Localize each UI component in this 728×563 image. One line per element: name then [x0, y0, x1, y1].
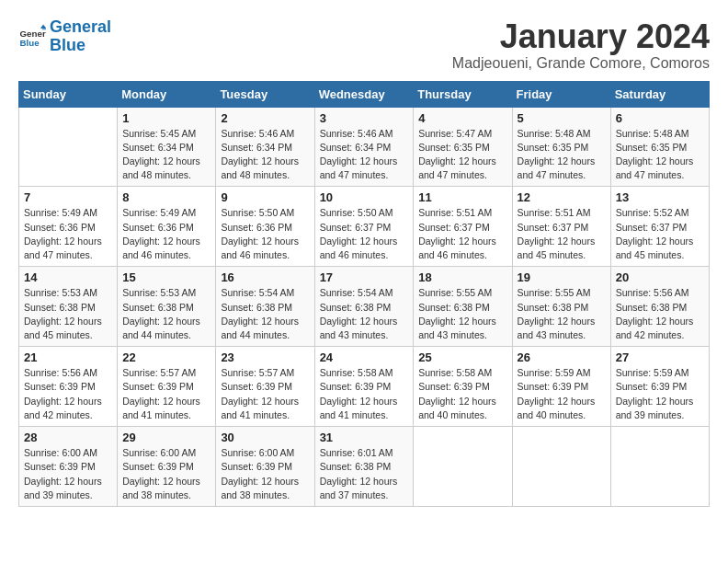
day-info: Sunrise: 5:46 AMSunset: 6:34 PMDaylight:…: [221, 127, 309, 183]
day-number: 5: [518, 111, 606, 125]
day-info: Sunrise: 5:49 AMSunset: 6:36 PMDaylight:…: [24, 206, 112, 262]
calendar-week-row: 7Sunrise: 5:49 AMSunset: 6:36 PMDaylight…: [19, 187, 710, 267]
calendar-cell: 13Sunrise: 5:52 AMSunset: 6:37 PMDayligh…: [610, 187, 709, 267]
day-number: 25: [418, 350, 506, 364]
day-info: Sunrise: 6:00 AMSunset: 6:39 PMDaylight:…: [24, 446, 112, 502]
calendar-table: SundayMondayTuesdayWednesdayThursdayFrid…: [18, 81, 710, 507]
calendar-cell: 4Sunrise: 5:47 AMSunset: 6:35 PMDaylight…: [414, 107, 512, 187]
day-info: Sunrise: 5:46 AMSunset: 6:34 PMDaylight:…: [320, 127, 409, 183]
calendar-day-header: Tuesday: [216, 81, 314, 107]
calendar-day-header: Monday: [118, 81, 216, 107]
day-info: Sunrise: 6:00 AMSunset: 6:39 PMDaylight:…: [221, 446, 309, 502]
day-number: 8: [122, 190, 210, 204]
calendar-day-header: Saturday: [610, 81, 709, 107]
day-info: Sunrise: 5:52 AMSunset: 6:37 PMDaylight:…: [616, 206, 704, 262]
day-number: 22: [122, 350, 210, 364]
calendar-cell: [512, 427, 610, 507]
calendar-cell: 5Sunrise: 5:48 AMSunset: 6:35 PMDaylight…: [512, 107, 610, 187]
day-number: 9: [221, 190, 309, 204]
calendar-cell: 24Sunrise: 5:58 AMSunset: 6:39 PMDayligh…: [314, 347, 414, 427]
day-info: Sunrise: 5:49 AMSunset: 6:36 PMDaylight:…: [122, 206, 210, 262]
calendar-header-row: SundayMondayTuesdayWednesdayThursdayFrid…: [19, 81, 710, 107]
day-number: 16: [221, 270, 309, 284]
day-info: Sunrise: 5:58 AMSunset: 6:39 PMDaylight:…: [320, 366, 409, 422]
calendar-cell: 2Sunrise: 5:46 AMSunset: 6:34 PMDaylight…: [216, 107, 314, 187]
calendar-day-header: Wednesday: [314, 81, 414, 107]
day-info: Sunrise: 5:56 AMSunset: 6:39 PMDaylight:…: [24, 366, 112, 422]
day-number: 23: [221, 350, 309, 364]
calendar-body: 1Sunrise: 5:45 AMSunset: 6:34 PMDaylight…: [19, 107, 710, 506]
calendar-week-row: 14Sunrise: 5:53 AMSunset: 6:38 PMDayligh…: [19, 267, 710, 347]
calendar-cell: 22Sunrise: 5:57 AMSunset: 6:39 PMDayligh…: [118, 347, 216, 427]
day-number: 7: [24, 190, 112, 204]
day-number: 1: [122, 111, 210, 125]
calendar-cell: 26Sunrise: 5:59 AMSunset: 6:39 PMDayligh…: [512, 347, 610, 427]
day-info: Sunrise: 5:48 AMSunset: 6:35 PMDaylight:…: [616, 127, 704, 183]
calendar-day-header: Friday: [512, 81, 610, 107]
day-info: Sunrise: 5:50 AMSunset: 6:37 PMDaylight:…: [320, 206, 409, 262]
calendar-cell: 27Sunrise: 5:59 AMSunset: 6:39 PMDayligh…: [610, 347, 709, 427]
day-number: 24: [320, 350, 409, 364]
title-block: January 2024 Madjeoueni, Grande Comore, …: [452, 18, 710, 72]
day-info: Sunrise: 5:54 AMSunset: 6:38 PMDaylight:…: [320, 286, 409, 342]
calendar-cell: [19, 107, 118, 187]
calendar-cell: 7Sunrise: 5:49 AMSunset: 6:36 PMDaylight…: [19, 187, 118, 267]
day-info: Sunrise: 5:45 AMSunset: 6:34 PMDaylight:…: [122, 127, 210, 183]
calendar-cell: 12Sunrise: 5:51 AMSunset: 6:37 PMDayligh…: [512, 187, 610, 267]
day-info: Sunrise: 5:59 AMSunset: 6:39 PMDaylight:…: [518, 366, 606, 422]
calendar-cell: 14Sunrise: 5:53 AMSunset: 6:38 PMDayligh…: [19, 267, 118, 347]
calendar-cell: 25Sunrise: 5:58 AMSunset: 6:39 PMDayligh…: [414, 347, 512, 427]
day-number: 26: [518, 350, 606, 364]
calendar-week-row: 1Sunrise: 5:45 AMSunset: 6:34 PMDaylight…: [19, 107, 710, 187]
calendar-cell: 23Sunrise: 5:57 AMSunset: 6:39 PMDayligh…: [216, 347, 314, 427]
day-number: 13: [616, 190, 704, 204]
calendar-week-row: 21Sunrise: 5:56 AMSunset: 6:39 PMDayligh…: [19, 347, 710, 427]
day-number: 17: [320, 270, 409, 284]
day-number: 3: [320, 111, 409, 125]
calendar-cell: 20Sunrise: 5:56 AMSunset: 6:38 PMDayligh…: [610, 267, 709, 347]
day-number: 4: [418, 111, 506, 125]
day-info: Sunrise: 5:51 AMSunset: 6:37 PMDaylight:…: [418, 206, 506, 262]
day-number: 14: [24, 270, 112, 284]
logo-text: GeneralBlue: [50, 18, 111, 55]
day-info: Sunrise: 6:01 AMSunset: 6:38 PMDaylight:…: [320, 446, 409, 502]
calendar-cell: 16Sunrise: 5:54 AMSunset: 6:38 PMDayligh…: [216, 267, 314, 347]
day-number: 2: [221, 111, 309, 125]
day-number: 10: [320, 190, 409, 204]
day-number: 12: [518, 190, 606, 204]
calendar-cell: [414, 427, 512, 507]
day-info: Sunrise: 5:58 AMSunset: 6:39 PMDaylight:…: [418, 366, 506, 422]
day-info: Sunrise: 5:59 AMSunset: 6:39 PMDaylight:…: [616, 366, 704, 422]
day-info: Sunrise: 6:00 AMSunset: 6:39 PMDaylight:…: [122, 446, 210, 502]
day-number: 30: [221, 431, 309, 444]
day-info: Sunrise: 5:55 AMSunset: 6:38 PMDaylight:…: [418, 286, 506, 342]
calendar-cell: 18Sunrise: 5:55 AMSunset: 6:38 PMDayligh…: [414, 267, 512, 347]
day-info: Sunrise: 5:56 AMSunset: 6:38 PMDaylight:…: [616, 286, 704, 342]
calendar-cell: 19Sunrise: 5:55 AMSunset: 6:38 PMDayligh…: [512, 267, 610, 347]
svg-text:Blue: Blue: [20, 38, 40, 48]
calendar-cell: 6Sunrise: 5:48 AMSunset: 6:35 PMDaylight…: [610, 107, 709, 187]
day-info: Sunrise: 5:51 AMSunset: 6:37 PMDaylight:…: [518, 206, 606, 262]
calendar-cell: 3Sunrise: 5:46 AMSunset: 6:34 PMDaylight…: [314, 107, 414, 187]
calendar-day-header: Sunday: [19, 81, 118, 107]
calendar-cell: 1Sunrise: 5:45 AMSunset: 6:34 PMDaylight…: [118, 107, 216, 187]
day-number: 18: [418, 270, 506, 284]
calendar-cell: 15Sunrise: 5:53 AMSunset: 6:38 PMDayligh…: [118, 267, 216, 347]
day-number: 11: [418, 190, 506, 204]
day-info: Sunrise: 5:57 AMSunset: 6:39 PMDaylight:…: [122, 366, 210, 422]
day-info: Sunrise: 5:53 AMSunset: 6:38 PMDaylight:…: [122, 286, 210, 342]
day-info: Sunrise: 5:57 AMSunset: 6:39 PMDaylight:…: [221, 366, 309, 422]
day-info: Sunrise: 5:47 AMSunset: 6:35 PMDaylight:…: [418, 127, 506, 183]
calendar-cell: 31Sunrise: 6:01 AMSunset: 6:38 PMDayligh…: [314, 427, 414, 507]
calendar-cell: 28Sunrise: 6:00 AMSunset: 6:39 PMDayligh…: [19, 427, 118, 507]
day-info: Sunrise: 5:55 AMSunset: 6:38 PMDaylight:…: [518, 286, 606, 342]
day-number: 19: [518, 270, 606, 284]
logo: General Blue GeneralBlue: [18, 18, 111, 55]
calendar-cell: 17Sunrise: 5:54 AMSunset: 6:38 PMDayligh…: [314, 267, 414, 347]
calendar-day-header: Thursday: [414, 81, 512, 107]
day-number: 28: [24, 431, 112, 444]
calendar-cell: [610, 427, 709, 507]
day-info: Sunrise: 5:48 AMSunset: 6:35 PMDaylight:…: [518, 127, 606, 183]
calendar-cell: 30Sunrise: 6:00 AMSunset: 6:39 PMDayligh…: [216, 427, 314, 507]
day-number: 21: [24, 350, 112, 364]
